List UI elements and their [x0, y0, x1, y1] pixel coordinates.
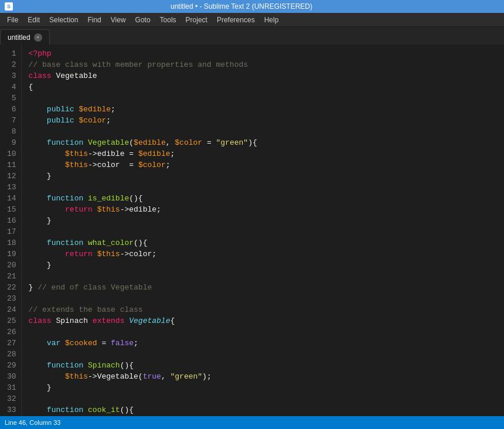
menu-preferences[interactable]: Preferences — [212, 15, 260, 25]
menu-goto[interactable]: Goto — [131, 15, 155, 25]
line-num-16: 16 — [7, 215, 16, 226]
menu-tools[interactable]: Tools — [155, 15, 181, 25]
line-num-13: 13 — [7, 182, 16, 193]
code-line-19: return $this->color; — [29, 248, 504, 260]
code-line-31: } — [29, 382, 504, 393]
code-line-17 — [29, 226, 504, 237]
code-line-14: function is_edible(){ — [29, 193, 504, 204]
title-bar: S untitled • - Sublime Text 2 (UNREGISTE… — [0, 0, 504, 13]
line-num-10: 10 — [7, 148, 16, 159]
title-bar-left: S — [5, 2, 13, 11]
line-num-3: 3 — [7, 70, 16, 81]
line-num-18: 18 — [7, 237, 16, 248]
code-line-6: public $edible; — [29, 104, 504, 115]
line-num-31: 31 — [7, 382, 16, 393]
tab-label: untitled — [8, 33, 30, 42]
menu-file[interactable]: File — [2, 15, 23, 25]
code-line-12: } — [29, 171, 504, 182]
menu-view[interactable]: View — [106, 15, 131, 25]
code-line-27: var $cooked = false; — [29, 338, 504, 349]
menu-bar: File Edit Selection Find View Goto Tools… — [0, 13, 504, 27]
code-line-32 — [29, 393, 504, 404]
line-num-25: 25 — [7, 315, 16, 326]
line-num-23: 23 — [7, 293, 16, 304]
line-num-5: 5 — [7, 93, 16, 104]
line-num-19: 19 — [7, 248, 16, 260]
line-num-29: 29 — [7, 360, 16, 371]
editor: 1 2 3 4 5 6 7 8 9 10 11 12 13 14 15 16 1… — [0, 45, 504, 416]
code-line-5 — [29, 93, 504, 104]
code-line-3: class Vegetable — [29, 70, 504, 81]
code-line-30: $this->Vegetable(true, "green"); — [29, 371, 504, 382]
code-line-21 — [29, 271, 504, 282]
code-line-18: function what_color(){ — [29, 237, 504, 248]
code-line-9: function Vegetable($edible, $color = "gr… — [29, 137, 504, 148]
code-line-22: } // end of class Vegetable — [29, 282, 504, 293]
code-line-7: public $color; — [29, 115, 504, 126]
code-line-20: } — [29, 260, 504, 271]
code-line-15: return $this->edible; — [29, 204, 504, 215]
line-num-15: 15 — [7, 204, 16, 215]
line-numbers: 1 2 3 4 5 6 7 8 9 10 11 12 13 14 15 16 1… — [0, 45, 22, 416]
code-line-23 — [29, 293, 504, 304]
menu-selection[interactable]: Selection — [45, 15, 83, 25]
line-num-12: 12 — [7, 171, 16, 182]
line-num-27: 27 — [7, 338, 16, 349]
line-num-32: 32 — [7, 393, 16, 404]
title-bar-title: untitled • - Sublime Text 2 (UNREGISTERE… — [171, 2, 312, 11]
menu-project[interactable]: Project — [181, 15, 212, 25]
menu-help[interactable]: Help — [260, 15, 284, 25]
code-line-33: function cook_it(){ — [29, 404, 504, 416]
code-line-8 — [29, 126, 504, 137]
tab-untitled[interactable]: untitled • — [0, 29, 50, 45]
line-num-20: 20 — [7, 260, 16, 271]
code-line-10: $this->edible = $edible; — [29, 148, 504, 159]
code-line-16: } — [29, 215, 504, 226]
code-line-26 — [29, 326, 504, 338]
line-num-9: 9 — [7, 137, 16, 148]
line-num-11: 11 — [7, 159, 16, 171]
code-line-28 — [29, 349, 504, 360]
code-line-4: { — [29, 81, 504, 93]
line-num-17: 17 — [7, 226, 16, 237]
status-text: Line 46, Column 33 — [5, 419, 60, 426]
code-line-13 — [29, 182, 504, 193]
menu-edit[interactable]: Edit — [23, 15, 45, 25]
line-num-21: 21 — [7, 271, 16, 282]
line-num-8: 8 — [7, 126, 16, 137]
status-bar: Line 46, Column 33 — [0, 416, 504, 429]
code-line-29: function Spinach(){ — [29, 360, 504, 371]
line-num-24: 24 — [7, 304, 16, 315]
line-num-6: 6 — [7, 104, 16, 115]
line-num-1: 1 — [7, 48, 16, 59]
tab-bar: untitled • — [0, 27, 504, 45]
line-num-33: 33 — [7, 404, 16, 416]
line-num-2: 2 — [7, 59, 16, 70]
code-line-24: // extends the base class — [29, 304, 504, 315]
code-content[interactable]: <?php // base class with member properti… — [22, 45, 504, 416]
line-num-28: 28 — [7, 349, 16, 360]
line-num-4: 4 — [7, 81, 16, 93]
line-num-30: 30 — [7, 371, 16, 382]
app-icon: S — [5, 2, 13, 11]
line-num-22: 22 — [7, 282, 16, 293]
code-line-1: <?php — [29, 48, 504, 59]
code-line-2: // base class with member properties and… — [29, 59, 504, 70]
menu-find[interactable]: Find — [83, 15, 105, 25]
line-num-14: 14 — [7, 193, 16, 204]
code-line-25: class Spinach extends Vegetable{ — [29, 315, 504, 326]
code-line-11: $this->color = $color; — [29, 159, 504, 171]
line-num-7: 7 — [7, 115, 16, 126]
tab-close-button[interactable]: • — [34, 33, 42, 42]
line-num-26: 26 — [7, 326, 16, 338]
